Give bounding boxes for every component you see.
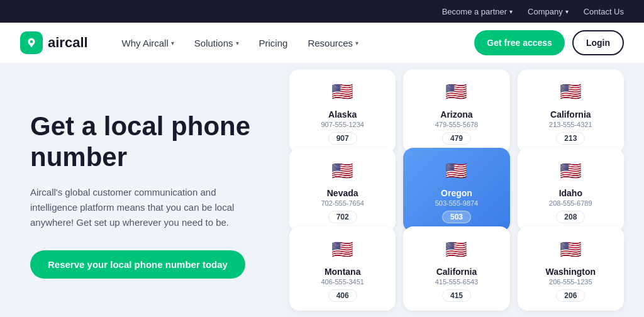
why-aircall-chevron-icon: ▾ [171, 40, 174, 47]
hero-section: Get a local phone number Aircall's globa… [0, 63, 289, 317]
card-state-name: California [550, 109, 591, 120]
card-state-name: Nevada [327, 188, 358, 198]
logo-icon [20, 31, 43, 54]
card-phone-number: 206-555-1235 [549, 278, 592, 286]
flag-icon: 🇺🇸 [557, 78, 584, 106]
logo-text: aircall [48, 35, 88, 51]
get-free-access-button[interactable]: Get free access [474, 30, 565, 55]
nav-solutions[interactable]: Solutions ▾ [186, 33, 248, 53]
area-code-badge: 213 [556, 132, 585, 145]
main-content: Get a local phone number Aircall's globa… [0, 63, 644, 317]
area-code-badge: 702 [328, 211, 357, 223]
phone-card[interactable]: 🇺🇸 Montana 406-555-3451 406 [289, 226, 396, 311]
phone-card[interactable]: 🇺🇸 Alaska 907-555-1234 907 [289, 69, 396, 153]
become-partner-link[interactable]: Become a partner ▾ [442, 7, 513, 16]
reserve-button[interactable]: Reserve your local phone number today [30, 250, 245, 279]
resources-chevron-icon: ▾ [355, 40, 358, 47]
phone-card[interactable]: 🇺🇸 Nevada 702-555-7654 702 [289, 148, 396, 232]
area-code-badge: 415 [442, 289, 471, 302]
card-state-name: Alaska [328, 109, 357, 120]
top-bar: Become a partner ▾ Company ▾ Contact Us [0, 0, 644, 23]
card-state-name: Washington [546, 267, 596, 277]
nav-resources[interactable]: Resources ▾ [299, 33, 367, 53]
card-phone-number: 479-555-5678 [435, 121, 479, 128]
hero-description: Aircall's global customer communication … [30, 185, 257, 230]
company-chevron-icon: ▾ [565, 8, 569, 15]
flag-icon: 🇺🇸 [329, 235, 357, 263]
logo[interactable]: aircall [20, 31, 88, 54]
company-link[interactable]: Company ▾ [528, 7, 569, 16]
flag-icon: 🇺🇸 [329, 78, 357, 106]
svg-point-0 [30, 40, 33, 43]
main-nav: aircall Why Aircall ▾ Solutions ▾ Pricin… [0, 23, 644, 63]
become-partner-label: Become a partner [442, 7, 507, 16]
card-state-name: Oregon [441, 188, 472, 198]
card-state-name: Montana [325, 267, 361, 277]
card-phone-number: 208-555-6789 [549, 199, 592, 207]
phone-cards-grid: 🇺🇸 Alaska 907-555-1234 907 🇺🇸 Arizona 47… [289, 63, 644, 317]
login-button[interactable]: Login [572, 30, 624, 55]
hero-title: Get a local phone number [30, 111, 259, 172]
nav-why-aircall[interactable]: Why Aircall ▾ [113, 33, 183, 53]
partner-chevron-icon: ▾ [509, 8, 513, 15]
card-phone-number: 702-555-7654 [321, 199, 364, 207]
card-phone-number: 503-555-9874 [435, 199, 479, 207]
phone-card[interactable]: 🇺🇸 Arizona 479-555-5678 479 [403, 69, 509, 153]
phone-card[interactable]: 🇺🇸 California 213-555-4321 213 [518, 69, 624, 153]
area-code-badge: 907 [328, 132, 357, 145]
company-label: Company [528, 7, 563, 16]
flag-icon: 🇺🇸 [557, 235, 584, 263]
phone-card[interactable]: 🇺🇸 Oregon 503-555-9874 503 [403, 148, 509, 232]
card-state-name: Arizona [440, 109, 472, 120]
area-code-badge: 503 [442, 211, 471, 223]
card-phone-number: 213-555-4321 [549, 121, 592, 128]
contact-link[interactable]: Contact Us [584, 7, 624, 16]
flag-icon: 🇺🇸 [443, 78, 470, 106]
nav-actions: Get free access Login [474, 30, 624, 55]
area-code-badge: 406 [328, 289, 357, 302]
phone-card[interactable]: 🇺🇸 Idaho 208-555-6789 208 [518, 148, 624, 232]
phone-card[interactable]: 🇺🇸 Washington 206-555-1235 206 [518, 226, 624, 311]
phone-card[interactable]: 🇺🇸 California 415-555-6543 415 [403, 226, 509, 311]
area-code-badge: 208 [556, 211, 585, 223]
area-code-badge: 479 [442, 132, 471, 145]
area-code-badge: 206 [556, 289, 585, 302]
contact-label: Contact Us [584, 7, 624, 16]
card-phone-number: 406-555-3451 [321, 278, 364, 286]
card-state-name: Idaho [559, 188, 582, 198]
flag-icon: 🇺🇸 [557, 157, 584, 184]
nav-links: Why Aircall ▾ Solutions ▾ Pricing Resour… [113, 33, 475, 53]
solutions-chevron-icon: ▾ [236, 40, 239, 47]
flag-icon: 🇺🇸 [443, 157, 470, 184]
card-phone-number: 907-555-1234 [321, 121, 364, 128]
card-phone-number: 415-555-6543 [435, 278, 479, 286]
flag-icon: 🇺🇸 [443, 235, 470, 263]
nav-pricing[interactable]: Pricing [250, 33, 297, 53]
flag-icon: 🇺🇸 [329, 157, 357, 184]
card-state-name: California [436, 267, 477, 277]
